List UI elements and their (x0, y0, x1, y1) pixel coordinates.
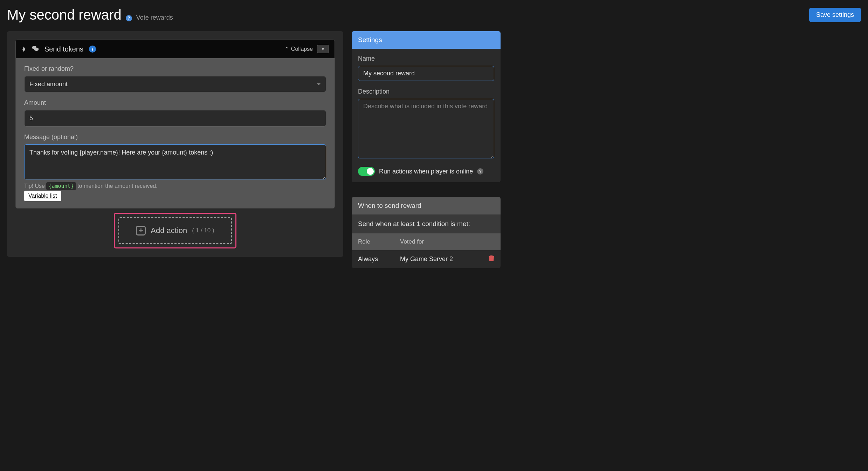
variable-list-button[interactable]: Variable list (24, 191, 61, 201)
action-menu-dropdown[interactable]: ▼ (317, 45, 329, 53)
chevron-up-icon: ⌃ (284, 46, 289, 53)
save-settings-button[interactable]: Save settings (809, 8, 861, 22)
add-action-button[interactable]: + Add action ( 1 / 10 ) (118, 217, 232, 244)
coins-icon (32, 45, 39, 53)
breadcrumb-link[interactable]: Vote rewards (136, 14, 173, 21)
table-header-role: Role (358, 238, 400, 245)
action-card-send-tokens: ▲▼ Send tokens i ⌃ Collapse ▼ (15, 40, 335, 209)
actions-panel: ▲▼ Send tokens i ⌃ Collapse ▼ (7, 31, 343, 257)
fixed-or-random-select[interactable]: Fixed amount (24, 76, 326, 92)
conditions-panel: When to send reward Send when at least 1… (352, 197, 501, 268)
action-title: Send tokens (44, 45, 83, 53)
tip-text: Tip! Use {amount} to mention the amount … (24, 183, 326, 189)
amount-input[interactable] (24, 110, 326, 127)
add-action-count: ( 1 / 10 ) (192, 227, 214, 234)
amount-label: Amount (24, 99, 326, 107)
settings-panel: Settings Name Description Run actions wh… (352, 31, 501, 182)
message-label: Message (optional) (24, 134, 326, 141)
run-actions-toggle[interactable] (358, 167, 375, 176)
table-row: Always My Game Server 2 (352, 250, 501, 268)
trash-icon[interactable] (489, 255, 494, 263)
collapse-button[interactable]: ⌃ Collapse (284, 46, 313, 53)
row-voted-for: My Game Server 2 (400, 255, 489, 263)
help-icon[interactable]: ? (477, 168, 483, 175)
info-icon[interactable]: i (89, 46, 96, 53)
name-label: Name (358, 55, 494, 62)
conditions-table-header: Role Voted for (352, 233, 501, 250)
header-left: My second reward ? Vote rewards (7, 7, 173, 23)
conditions-header: When to send reward (352, 197, 501, 214)
fixed-or-random-label: Fixed or random? (24, 65, 326, 73)
add-action-highlight: + Add action ( 1 / 10 ) (114, 213, 236, 248)
drag-handle-icon[interactable]: ▲▼ (21, 47, 26, 52)
table-header-voted-for: Voted for (400, 238, 494, 245)
description-textarea[interactable] (358, 99, 494, 158)
message-textarea[interactable]: Thanks for voting {player.name}! Here ar… (24, 144, 326, 179)
plus-icon: + (136, 226, 146, 235)
run-actions-label: Run actions when player is online (379, 168, 473, 175)
settings-header: Settings (352, 31, 501, 49)
conditions-subheader: Send when at least 1 condition is met: (352, 214, 501, 233)
description-label: Description (358, 88, 494, 95)
name-input[interactable] (358, 66, 494, 81)
help-icon[interactable]: ? (126, 15, 132, 21)
page-title: My second reward (7, 7, 122, 23)
row-role: Always (358, 255, 400, 263)
